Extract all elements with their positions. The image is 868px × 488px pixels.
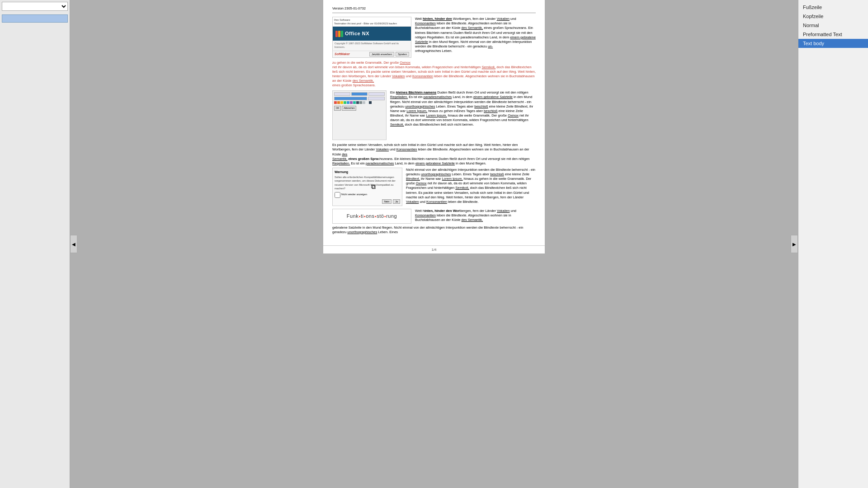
- color-green: [344, 101, 346, 104]
- img-buttons: Jetzt&t erwerben Spielen: [369, 52, 409, 56]
- img2-bottom: OK Abbrechen: [334, 106, 385, 111]
- color-orange: [337, 101, 340, 104]
- text-bold-gross: eines großen Spra: [348, 157, 377, 161]
- color-teal: [353, 101, 356, 104]
- text-unortho-4: unorthographisches: [421, 172, 451, 176]
- fourth-text-block: Nicht einmal von der allmächtigen Interp…: [406, 168, 536, 206]
- color-yellow: [340, 101, 343, 104]
- text-semantik: des Semantik,: [462, 26, 483, 30]
- sidebar-item-kopfzeile[interactable]: Kopfzeile: [798, 12, 868, 21]
- text-hinten: hinten, hinder den: [423, 17, 452, 21]
- warning-btn-ok[interactable]: Ja: [393, 199, 400, 204]
- img2-content: OK Abbrechen: [333, 91, 386, 112]
- text-semantik-red: des Semantik,: [353, 79, 374, 83]
- scroll-left-arrow[interactable]: ◀: [70, 235, 77, 253]
- softmaker-footer: SoftMaker: [335, 52, 350, 56]
- warning-buttons: Nein Ja: [335, 199, 400, 204]
- section-image-1: Ihre Software Testmaker Art.test.prof - …: [332, 17, 411, 57]
- color-blue: [347, 101, 349, 104]
- img2-cell-4: [334, 97, 367, 100]
- doc-content: Ihre Software Testmaker Art.test.prof - …: [332, 17, 536, 235]
- text-regelialien-2: Regelialien.: [390, 95, 408, 99]
- img2-btn-2[interactable]: Abbrechen: [342, 106, 356, 111]
- text-satzteile-2: einem gebratene Satzteile: [473, 95, 513, 99]
- color-purple: [350, 101, 353, 104]
- text-lorem-4: Lorem Ipsum,: [442, 177, 463, 181]
- text-blindtext-4: Blindtext,: [406, 177, 420, 181]
- text-konsonantien-4: Konsonantien: [426, 200, 447, 204]
- text-unortho-2: unorthographisches: [405, 104, 435, 108]
- img2-cell-2: [351, 92, 368, 96]
- text-vokalien-3: Vokalien: [376, 147, 389, 151]
- second-text-block: Ein kleines Bächlein namens Duden fließt…: [390, 90, 536, 140]
- sidebar-item-preformatted[interactable]: Preformatted Text: [798, 30, 868, 39]
- document-page: Version 2305-01-0732 Ihre Software Testm…: [323, 0, 545, 245]
- text-semantik-5: des Semantik,: [462, 218, 483, 222]
- img2-cell-3: [368, 92, 385, 96]
- text-beschloss-4: beschloß: [490, 172, 504, 176]
- section-warning: Warnung Sollen alle erforderlichen Kompa…: [332, 168, 536, 206]
- text-lorem-2: Lorem Ipsum,: [406, 109, 427, 113]
- img2-btn-1[interactable]: OK: [334, 106, 341, 111]
- sidebar-item-fusszeile[interactable]: Fußzeile: [798, 3, 868, 12]
- funk-image: Funk●ti●ons●stö●rung: [332, 209, 411, 224]
- stripe-green: [341, 31, 343, 37]
- img-btn-play[interactable]: Spielen: [396, 52, 409, 56]
- img-copyright: Copyright © 1987-2023 SoftMaker Software…: [333, 41, 411, 50]
- left-sidebar-blue-bar: [2, 14, 68, 23]
- warning-btn-cancel[interactable]: Nein: [382, 199, 392, 204]
- sidebar-item-normal[interactable]: Normal: [798, 21, 868, 30]
- warning-checkbox-input[interactable]: [335, 192, 340, 198]
- warning-checkbox-row: Nicht wieder anzeigen: [335, 192, 400, 198]
- funk-text: Funk●ti●ons●stö●rung: [347, 213, 397, 220]
- left-sidebar-select[interactable]: [2, 2, 68, 11]
- sidebar-item-textbody[interactable]: Text body: [798, 39, 868, 48]
- para-final: gebratene Satzteile in den Mund fliegen.…: [332, 225, 536, 235]
- img2-cell-1: [334, 92, 350, 96]
- text-kleines: kleines Bächlein namens: [396, 90, 436, 94]
- red-paragraph: zu gehen in die weite Grammatik. Der gro…: [332, 61, 536, 88]
- text-regelialien-3: Regelialien.: [332, 161, 350, 165]
- funk-dot-3: ●: [375, 215, 377, 218]
- img2-cell-5: [368, 97, 385, 100]
- text-vokalien-red: Vokalien: [392, 74, 405, 78]
- text-paradies: paradiesmatisches: [424, 95, 452, 99]
- img-title: Ihre Software: [334, 18, 410, 22]
- color-white: [366, 101, 368, 104]
- img-subtitle: Testmaker Art.test.prof - Bitte vor 01/0…: [334, 22, 410, 25]
- intro-text-block: Weit hinten, hinder den Wortbergen, fern…: [415, 17, 536, 57]
- section-image-2: OK Abbrechen: [332, 90, 387, 140]
- stripe-red: [335, 31, 338, 37]
- brand-stripes: [335, 31, 343, 37]
- para-3: Es packte seine sieben Versalien, schob …: [332, 143, 536, 166]
- brand-name: Office NX: [345, 30, 369, 37]
- brand-text: Office NX: [345, 30, 369, 37]
- section-2: OK Abbrechen Ein kleines Bächlein namens…: [332, 90, 536, 140]
- stripe-orange: [338, 31, 340, 37]
- right-sidebar: Fußzeile Kopfzeile Normal Preformatted T…: [798, 0, 868, 488]
- text-vokalien: Vokalien: [497, 17, 509, 21]
- img2-row-1: [334, 92, 385, 96]
- text-konsonantien-red: Konsonantien: [412, 74, 433, 78]
- text-vokalien-4: Vokalien: [406, 200, 419, 204]
- text-oxmox-red: Oxmox: [400, 61, 410, 65]
- text-semikoli-4: Semikoli,: [455, 186, 469, 190]
- img2-palette: [334, 101, 385, 104]
- scroll-right-arrow[interactable]: ▶: [791, 235, 798, 253]
- version-line: Version 2305-01-0732: [332, 6, 536, 13]
- left-sidebar: [0, 0, 70, 488]
- text-oxmox-2: Oxmox: [508, 113, 519, 117]
- img-top-bar: Ihre Software Testmaker Art.test.prof - …: [333, 17, 411, 27]
- funk-dot-1: ●: [359, 215, 361, 218]
- text-semantik-3: desSemantik,: [332, 152, 347, 161]
- img-btn-buy[interactable]: Jetzt&t erwerben: [369, 52, 394, 56]
- color-gray: [359, 101, 362, 104]
- img-bottom-bar: SoftMaker Jetzt&t erwerben Spielen: [333, 51, 411, 57]
- warning-text: Sollen alle erforderlichen Kompatibilitä…: [335, 175, 400, 190]
- page-footer: 1/4: [323, 245, 545, 253]
- text-oxmox-4: Oxmox: [416, 181, 427, 185]
- section-1: Ihre Software Testmaker Art.test.prof - …: [332, 17, 536, 57]
- color-lightgray: [363, 101, 365, 104]
- color-red: [334, 101, 337, 104]
- text-bold-inten: inten, hinder den Wor: [425, 209, 459, 213]
